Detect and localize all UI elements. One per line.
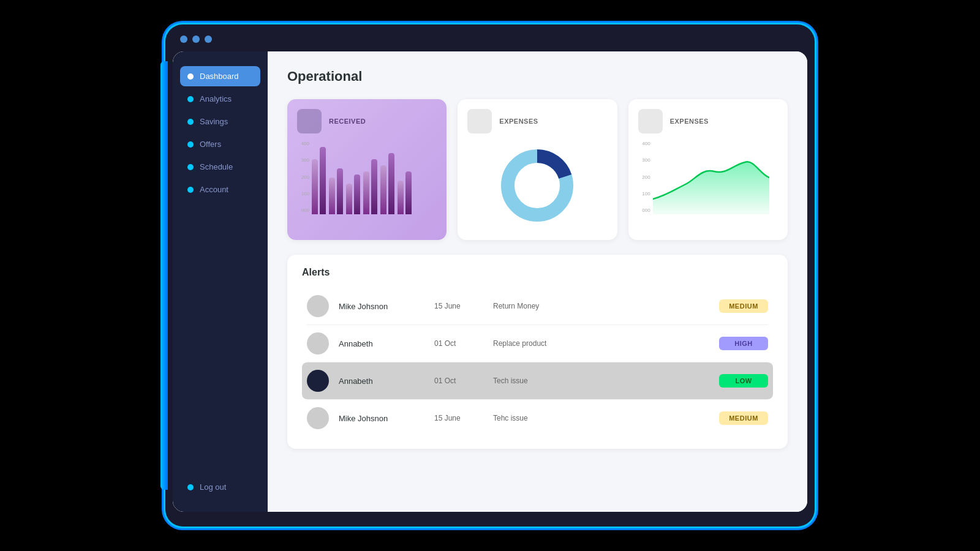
bar-right-1 [337, 168, 343, 214]
alert-badge-1: HIGH [719, 337, 768, 350]
sidebar-nav: Dashboard Analytics Savings Offers Sched… [173, 66, 268, 477]
received-card-header: RECEIVED [297, 109, 437, 133]
area-y-3: 200 [638, 174, 650, 180]
sidebar-item-savings[interactable]: Savings [180, 111, 260, 132]
analytics-dot [187, 96, 194, 102]
alert-date-3: 15 June [434, 414, 483, 422]
schedule-dot [187, 164, 194, 170]
expenses-donut-card: EXPENSES 80% 20% [458, 99, 617, 240]
bar-group-1 [329, 168, 343, 214]
y-label-3: 200 [297, 174, 309, 180]
bar-left-4 [380, 165, 386, 214]
bar-group-0 [312, 147, 326, 214]
alert-name-3: Mike Johsnon [339, 414, 424, 423]
alert-row-2[interactable]: Annabeth01 OctTech issueLOW [302, 362, 773, 399]
area-y-2: 300 [638, 157, 650, 163]
donut-card-icon [467, 109, 492, 133]
received-card: RECEIVED 400 300 200 100 000 [287, 99, 447, 240]
area-y-5: 000 [638, 208, 650, 213]
alert-badge-0: MEDIUM [719, 299, 768, 313]
alert-row-0[interactable]: Mike Johsnon15 JuneReturn MoneyMEDIUM [302, 288, 773, 324]
received-card-icon [297, 109, 322, 133]
bar-left-2 [346, 184, 352, 214]
alert-row-1[interactable]: Annabeth01 OctReplace productHIGH [302, 325, 773, 362]
alert-avatar-3 [307, 407, 329, 429]
donut-chart-svg [497, 146, 577, 225]
alert-avatar-2 [307, 370, 329, 392]
sidebar-item-logout[interactable]: Log out [180, 477, 260, 497]
page-title: Operational [287, 69, 788, 84]
sidebar-label-schedule: Schedule [200, 162, 233, 171]
alert-avatar-1 [307, 332, 329, 354]
area-card-header: EXPENSES [638, 109, 778, 133]
y-label-1: 400 [297, 141, 309, 146]
alert-action-2: Tech issue [493, 377, 709, 385]
sidebar-label-logout: Log out [200, 482, 226, 492]
cards-row: RECEIVED 400 300 200 100 000 [287, 99, 788, 240]
expenses-area-card: EXPENSES 400 300 200 100 000 [628, 99, 788, 240]
alert-action-3: Tehc issue [493, 414, 709, 422]
bar-chart-with-axis: 400 300 200 100 000 [297, 141, 437, 214]
sidebar-item-schedule[interactable]: Schedule [180, 157, 260, 177]
bar-right-2 [354, 174, 360, 214]
bar-chart [312, 141, 412, 214]
sidebar-item-analytics[interactable]: Analytics [180, 89, 260, 109]
alerts-list: Mike Johsnon15 JuneReturn MoneyMEDIUMAnn… [302, 288, 773, 437]
title-bar [173, 32, 807, 47]
bar-right-5 [405, 171, 412, 214]
bar-group-4 [380, 153, 394, 214]
account-dot [187, 187, 194, 193]
alerts-title: Alerts [302, 267, 773, 278]
bar-group-2 [346, 174, 360, 214]
savings-dot [187, 119, 194, 125]
area-y-1: 400 [638, 141, 650, 146]
sidebar-label-dashboard: Dashboard [200, 72, 239, 81]
logout-dot [187, 484, 194, 490]
sidebar-label-analytics: Analytics [200, 94, 232, 103]
alert-action-1: Replace product [493, 339, 709, 348]
bar-left-3 [363, 171, 369, 214]
dot-2 [192, 36, 200, 43]
bar-left-1 [329, 178, 335, 214]
sidebar-item-dashboard[interactable]: Dashboard [180, 66, 260, 86]
donut-card-header: EXPENSES [467, 109, 607, 133]
sidebar-label-offers: Offers [200, 140, 221, 149]
alert-badge-3: MEDIUM [719, 411, 768, 425]
alert-name-0: Mike Johsnon [339, 302, 424, 311]
bar-right-0 [320, 147, 326, 214]
y-label-2: 300 [297, 157, 309, 163]
inner-frame: Dashboard Analytics Savings Offers Sched… [173, 51, 807, 512]
donut-container: 80% 20% [467, 141, 607, 230]
alert-row-3[interactable]: Mike Johsnon15 JuneTehc issueMEDIUM [302, 400, 773, 437]
area-chart-svg [653, 141, 769, 214]
bar-left-0 [312, 159, 318, 214]
bar-right-3 [371, 159, 377, 214]
alerts-section: Alerts Mike Johsnon15 JuneReturn MoneyME… [287, 255, 788, 449]
bar-right-4 [388, 153, 394, 214]
area-y-4: 100 [638, 191, 650, 197]
area-card-icon [638, 109, 663, 133]
offers-dot [187, 141, 194, 148]
alert-avatar-0 [307, 295, 329, 317]
y-label-5: 000 [297, 208, 309, 213]
bar-group-3 [363, 159, 377, 214]
area-y-axis: 400 300 200 100 000 [638, 141, 650, 214]
sidebar: Dashboard Analytics Savings Offers Sched… [173, 51, 268, 512]
alert-date-1: 01 Oct [434, 339, 483, 348]
dashboard-dot [187, 73, 194, 80]
sidebar-bottom: Log out [173, 477, 268, 497]
donut-card-label: EXPENSES [499, 118, 538, 125]
sidebar-label-account: Account [200, 185, 228, 194]
device-frame: Dashboard Analytics Savings Offers Sched… [165, 24, 815, 527]
dot-3 [205, 36, 212, 43]
bar-group-5 [398, 171, 412, 214]
sidebar-item-offers[interactable]: Offers [180, 134, 260, 154]
alert-date-2: 01 Oct [434, 377, 483, 385]
bar-y-axis: 400 300 200 100 000 [297, 141, 309, 214]
alert-name-2: Annabeth [339, 377, 424, 386]
sidebar-item-account[interactable]: Account [180, 179, 260, 200]
alert-name-1: Annabeth [339, 339, 424, 348]
alert-badge-2: LOW [719, 374, 768, 388]
y-label-4: 100 [297, 191, 309, 197]
alert-date-0: 15 June [434, 302, 483, 310]
